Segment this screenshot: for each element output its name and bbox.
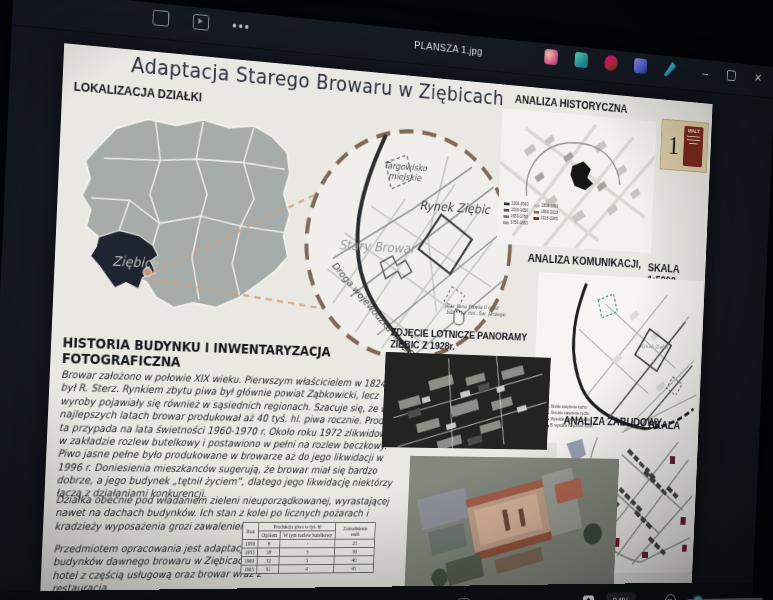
plansza-number-card: 1 MALT <box>660 119 709 173</box>
zoom-out-icon[interactable] <box>665 594 676 600</box>
zoom-slider-thumb[interactable] <box>692 594 705 600</box>
poland-map: Ziębice <box>60 101 309 323</box>
close-button[interactable]: ✕ <box>754 71 762 85</box>
section-lokalizacja-heading: LOKALIZACJA DZIAŁKI <box>73 80 202 105</box>
gallery-icon[interactable] <box>152 10 169 27</box>
photo-viewer-window: ••• PLANSZA 1.jpg – ✕ Adaptacja Starego … <box>0 0 773 600</box>
markup-icon[interactable] <box>634 58 647 74</box>
minimize-button[interactable]: – <box>702 65 708 79</box>
auto-enhance-icon[interactable] <box>544 49 558 66</box>
hand-cursor <box>450 307 465 328</box>
filters-icon[interactable] <box>575 52 589 68</box>
card-number: 1 <box>668 130 680 161</box>
zoom-level[interactable]: 24% <box>606 592 636 600</box>
maximize-button[interactable] <box>727 70 736 81</box>
production-table: Rok Produkcja piwa w tyś. hl Zatrudnieni… <box>240 522 376 574</box>
section-aerial-heading: ZDJĘCIE LOTNICZE PANORAMY ZIĘBIC Z 1928r… <box>390 326 532 355</box>
more-options-icon[interactable]: ••• <box>232 19 251 34</box>
ziebice-label: Ziębice <box>112 253 161 271</box>
historia-paragraph-1: Browar założono w połowie XIX wieku. Pie… <box>56 368 409 502</box>
fit-to-window-icon[interactable] <box>582 595 594 600</box>
file-name: PLANSZA 1.jpg <box>374 35 521 61</box>
section-komunikacja-heading: ANALIZA KOMUNIKACJI, <box>527 252 641 271</box>
beer-label-graphic: MALT <box>683 126 704 167</box>
aerial-photo-1928 <box>382 352 551 450</box>
adjust-icon[interactable] <box>605 55 619 71</box>
draw-icon[interactable] <box>663 61 676 77</box>
table-row: 196531445 <box>241 564 374 574</box>
slideshow-icon[interactable] <box>192 14 209 31</box>
historical-map <box>497 108 657 253</box>
chevron-down-icon[interactable]: ⌄ <box>647 596 654 600</box>
aerial-3d-photo <box>404 456 619 589</box>
ziebice-dot <box>143 268 151 277</box>
poster-image[interactable]: Adaptacja Starego Browaru w Ziębicach LO… <box>40 43 713 597</box>
